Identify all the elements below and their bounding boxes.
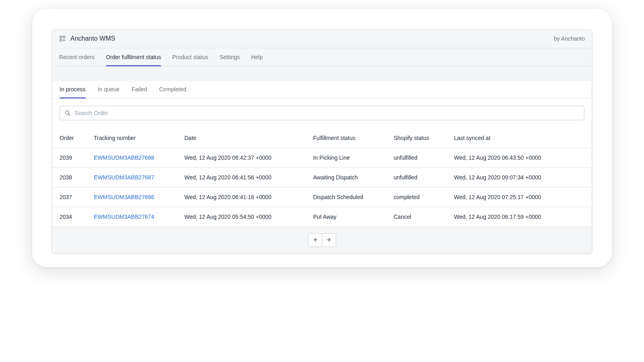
cell-order: 2034	[52, 207, 87, 227]
pager	[308, 233, 336, 247]
search-box[interactable]	[60, 106, 584, 120]
app-header: Anchanto WMS by Anchanto	[52, 29, 592, 48]
status-card: In process In queue Failed Completed	[52, 80, 592, 254]
cell-synced: Wed, 12 Aug 2020 07:25:17 +0000	[447, 187, 592, 207]
cell-shopify: Cancel	[386, 207, 447, 227]
tracking-link[interactable]: EWMSUDM3ABB27674	[94, 214, 154, 220]
svg-rect-1	[63, 36, 65, 38]
cell-synced: Wed, 12 Aug 2020 09:07:34 +0000	[447, 168, 592, 187]
content-area: In process In queue Failed Completed	[52, 66, 592, 254]
app-header-left: Anchanto WMS	[59, 35, 115, 42]
cell-shopify: unfulfilled	[386, 148, 447, 168]
col-order: Order	[52, 128, 87, 148]
orders-table: Order Tracking number Date Fulfillment s…	[52, 128, 592, 226]
subtab-in-process[interactable]: In process	[60, 80, 86, 98]
col-tracking-number: Tracking number	[87, 128, 177, 148]
col-last-synced: Last synced at	[447, 128, 592, 148]
cell-date: Wed, 12 Aug 2020 06:41:18 +0000	[177, 187, 306, 207]
subtab-completed[interactable]: Completed	[159, 80, 186, 98]
tab-help[interactable]: Help	[251, 48, 263, 66]
cell-order: 2038	[52, 168, 87, 187]
cell-fulfillment: Awaiting Dispatch	[306, 168, 386, 187]
table-row: 2038 EWMSUDM3ABB27687 Wed, 12 Aug 2020 0…	[52, 168, 592, 187]
app-window: Anchanto WMS by Anchanto Recent orders O…	[32, 9, 612, 267]
tracking-link[interactable]: EWMSUDM3ABB27686	[94, 194, 154, 200]
search-wrap	[52, 99, 592, 123]
cell-synced: Wed, 12 Aug 2020 06:17:59 +0000	[447, 207, 592, 227]
cell-shopify: unfulfilled	[386, 168, 447, 187]
pagination	[52, 226, 592, 253]
subtab-in-queue[interactable]: In queue	[98, 80, 120, 98]
subtab-failed[interactable]: Failed	[132, 80, 147, 98]
svg-rect-0	[60, 36, 62, 38]
tracking-link[interactable]: EWMSUDM3ABB27688	[94, 154, 154, 161]
primary-tabs: Recent orders Order fulfilment status Pr…	[52, 48, 592, 66]
tracking-link[interactable]: EWMSUDM3ABB27687	[94, 174, 154, 181]
col-date: Date	[177, 128, 306, 148]
tab-recent-orders[interactable]: Recent orders	[59, 48, 95, 66]
tab-order-fulfilment-status[interactable]: Order fulfilment status	[106, 48, 161, 66]
app-byline: by Anchanto	[554, 35, 585, 42]
app-icon	[59, 35, 66, 42]
cell-fulfillment: Put Away	[306, 207, 386, 227]
cell-date: Wed, 12 Aug 2020 05:54:50 +0000	[177, 207, 306, 227]
table-row: 2034 EWMSUDM3ABB27674 Wed, 12 Aug 2020 0…	[52, 207, 592, 227]
search-input[interactable]	[74, 110, 580, 116]
cell-date: Wed, 12 Aug 2020 06:42:37 +0000	[177, 148, 306, 168]
cell-order: 2037	[52, 187, 87, 207]
tab-settings[interactable]: Settings	[219, 48, 240, 66]
col-fulfillment-status: Fulfillment status	[306, 128, 386, 148]
prev-page-button[interactable]	[308, 234, 322, 247]
app-frame: Anchanto WMS by Anchanto Recent orders O…	[52, 29, 592, 254]
cell-fulfillment: In Picking Line	[306, 148, 386, 168]
cell-fulfillment: Dispatch Scheduled	[306, 187, 386, 207]
tab-product-status[interactable]: Product status	[172, 48, 208, 66]
table-row: 2039 EWMSUDM3ABB27688 Wed, 12 Aug 2020 0…	[52, 148, 592, 168]
cell-shopify: completed	[386, 187, 447, 207]
sub-tabs: In process In queue Failed Completed	[52, 80, 592, 99]
app-title: Anchanto WMS	[70, 35, 115, 42]
table-header-row: Order Tracking number Date Fulfillment s…	[52, 128, 592, 148]
cell-synced: Wed, 12 Aug 2020 06:43:50 +0000	[447, 148, 592, 168]
next-page-button[interactable]	[322, 234, 336, 247]
col-shopify-status: Shopify status	[386, 128, 447, 148]
table-row: 2037 EWMSUDM3ABB27686 Wed, 12 Aug 2020 0…	[52, 187, 592, 207]
arrow-left-icon	[312, 237, 318, 244]
arrow-right-icon	[326, 237, 332, 244]
svg-rect-2	[60, 39, 62, 41]
search-icon	[64, 109, 71, 117]
cell-date: Wed, 12 Aug 2020 06:41:56 +0000	[177, 168, 306, 187]
cell-order: 2039	[52, 148, 87, 168]
